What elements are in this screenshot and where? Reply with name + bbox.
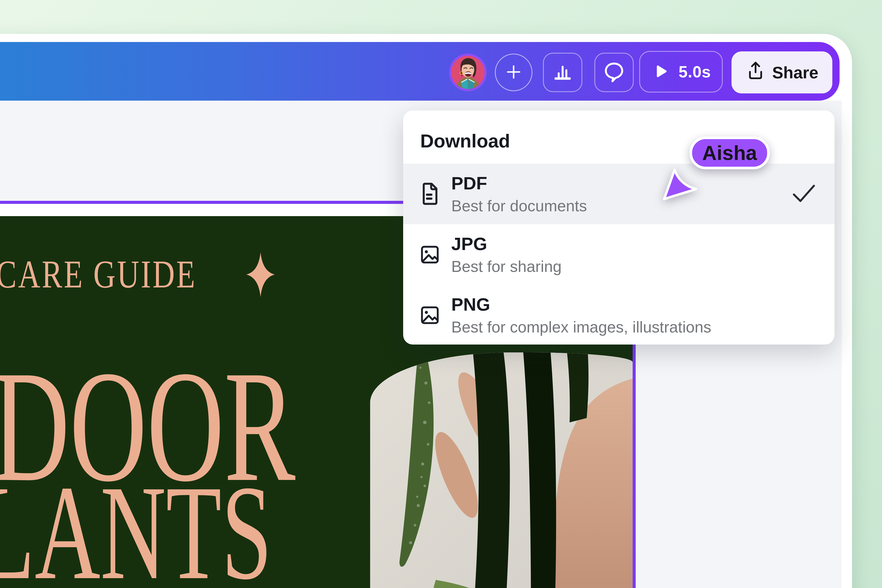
- check-icon: [792, 183, 816, 204]
- plus-icon: [503, 62, 524, 83]
- download-option-label: PDF: [451, 174, 587, 192]
- image-icon: [419, 243, 441, 267]
- collaborator-name-badge: Aisha: [690, 136, 770, 170]
- download-option-png[interactable]: PNG Best for complex images, illustratio…: [403, 285, 834, 345]
- bar-chart-icon: [552, 61, 574, 84]
- share-upload-icon: [746, 61, 766, 84]
- collaborator-cursor-icon: [661, 168, 699, 203]
- download-option-description: Best for sharing: [451, 259, 561, 274]
- download-option-jpg[interactable]: JPG Best for sharing: [403, 224, 834, 285]
- add-collaborator-button[interactable]: [495, 54, 532, 91]
- download-panel-title: Download: [420, 130, 510, 152]
- share-button-label: Share: [772, 63, 818, 82]
- insights-button[interactable]: [543, 53, 582, 92]
- download-option-label: PNG: [451, 296, 711, 314]
- play-icon: [651, 62, 670, 82]
- monstera-hand-photo: [370, 352, 633, 588]
- comment-icon: [603, 61, 626, 84]
- comments-button[interactable]: [594, 53, 634, 92]
- download-panel: Download PDF Best for documents: [403, 111, 834, 345]
- poster-photo[interactable]: [370, 352, 633, 588]
- avatar-photo: [451, 56, 484, 89]
- play-duration-button[interactable]: 5.0s: [639, 51, 723, 93]
- download-option-label: JPG: [451, 235, 561, 253]
- poster-eyebrow-text[interactable]: CARE GUIDE: [0, 255, 196, 294]
- download-option-pdf[interactable]: PDF Best for documents: [403, 164, 834, 224]
- download-option-description: Best for documents: [451, 198, 587, 214]
- screenshot-stage: CARE GUIDE DOOR LANTS: [0, 0, 882, 588]
- sparkle-icon: [246, 252, 275, 298]
- share-button[interactable]: Share: [732, 51, 832, 93]
- poster-title-line2[interactable]: LANTS: [0, 465, 272, 588]
- image-icon: [419, 303, 441, 327]
- document-icon: [419, 182, 441, 206]
- play-duration-label: 5.0s: [679, 63, 711, 81]
- avatar[interactable]: [449, 54, 487, 91]
- download-option-description: Best for complex images, illustrations: [451, 319, 711, 335]
